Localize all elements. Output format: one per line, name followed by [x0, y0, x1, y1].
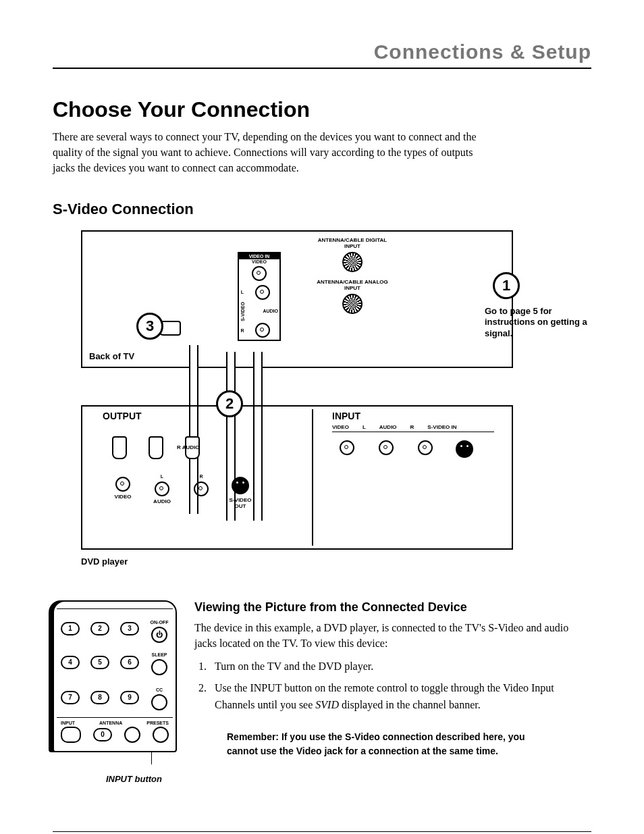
- out-audio-label: AUDIO: [149, 498, 176, 504]
- remote-antenna-button: [124, 727, 140, 743]
- r-audio-label: R AUDIO: [177, 444, 199, 450]
- out-audio-l-jack-icon: [155, 481, 169, 496]
- output-jack-row: VIDEO L AUDIO R S-VIDEO OUT: [109, 474, 254, 509]
- out-video-label: VIDEO: [109, 494, 136, 500]
- remote-btn-2: 2: [90, 622, 109, 635]
- in-svideo-header: S-VIDEO IN: [427, 424, 456, 430]
- out-svideo-jack-icon: [232, 477, 249, 494]
- remote-presets-label: PRESETS: [146, 721, 169, 725]
- in-audio-l-jack-icon: [379, 440, 394, 455]
- input-button-caption: INPUT button: [53, 774, 174, 784]
- in-audio-r-jack-icon: [418, 440, 433, 455]
- viewing-step-2: Use the INPUT button on the remote contr…: [209, 679, 591, 714]
- tv-back-panel: 1 Go to page 5 for instructions on getti…: [81, 230, 513, 368]
- video-label: VIDEO: [239, 259, 279, 264]
- remote-control-illustration: 1 2 3 ON-OFF ⏻ 4 5 6 SLEEP: [53, 600, 177, 752]
- antenna-analog-label: ANTENNA/CABLE ANALOG INPUT: [312, 279, 393, 291]
- output-label: OUTPUT: [103, 411, 142, 421]
- back-of-tv-label: Back of TV: [89, 351, 134, 361]
- remote-btn-3: 3: [120, 622, 139, 635]
- step-2-badge: 2: [216, 390, 243, 417]
- step-1-caption: Go to page 5 for instructions on getting…: [485, 306, 593, 340]
- page-footer: Chapter 1 7: [53, 831, 591, 834]
- l-label: L: [239, 290, 246, 294]
- out-svideo-label: S-VIDEO OUT: [227, 497, 254, 509]
- running-head: Connections & Setup: [53, 41, 591, 69]
- remote-btn-9: 9: [120, 691, 139, 704]
- step-1-badge: 1: [493, 272, 520, 299]
- remote-presets-button: [153, 727, 169, 743]
- input-label: INPUT: [332, 411, 360, 421]
- antenna-digital-label: ANTENNA/CABLE DIGITAL INPUT: [312, 237, 393, 249]
- callout-line-icon: [151, 752, 152, 764]
- svid-text: SVID: [315, 699, 339, 710]
- in-video-jack-icon: [340, 440, 354, 455]
- remote-onoff-button: ⏻: [151, 627, 167, 643]
- subsection-heading: S-Video Connection: [53, 201, 591, 218]
- remote-antenna-label: ANTENNA: [99, 721, 122, 725]
- out-audio-r-jack-icon: [194, 481, 209, 496]
- viewing-heading: Viewing the Picture from the Connected D…: [194, 600, 591, 615]
- in-l-header: L: [363, 424, 366, 430]
- plug-out-2-icon: [149, 436, 163, 459]
- audio-label: AUDIO: [263, 309, 278, 313]
- antenna-inputs: ANTENNA/CABLE DIGITAL INPUT ANTENNA/CABL…: [312, 237, 393, 321]
- input-header-row: VIDEO L AUDIO R S-VIDEO IN: [332, 424, 494, 432]
- remote-sleep-label: SLEEP: [152, 652, 167, 657]
- remember-note: Remember: If you use the S-Video connect…: [227, 730, 551, 758]
- remote-sleep-button: [151, 659, 167, 675]
- remote-btn-7: 7: [61, 691, 80, 704]
- panel-separator-icon: [312, 409, 313, 546]
- out-l-label: L: [149, 474, 176, 479]
- svideo-label: S-VIDEO: [240, 302, 245, 321]
- r-label: R: [239, 328, 246, 333]
- in-audio-header: AUDIO: [379, 424, 397, 430]
- remote-onoff-label: ON-OFF: [151, 620, 169, 625]
- step-3-badge: 3: [136, 313, 163, 340]
- remote-btn-6: 6: [120, 656, 139, 669]
- out-video-jack-icon: [115, 477, 130, 492]
- out-r-label: R: [188, 474, 215, 479]
- page-title: Choose Your Connection: [53, 97, 591, 122]
- remote-btn-0: 0: [93, 728, 112, 741]
- remote-btn-8: 8: [90, 691, 109, 704]
- remote-btn-5: 5: [90, 656, 109, 669]
- dvd-player-caption: DVD player: [81, 556, 513, 567]
- video-jack-icon: [252, 266, 267, 281]
- coax-analog-icon: [342, 294, 363, 314]
- in-svideo-jack-icon: [456, 440, 473, 458]
- remote-btn-4: 4: [61, 656, 80, 669]
- dvd-player-panel: 2 OUTPUT INPUT R AUDIO VIDEO L AUDIO: [81, 405, 513, 550]
- intro-paragraph: There are several ways to connect your T…: [53, 129, 485, 176]
- in-video-header: VIDEO: [332, 424, 349, 430]
- connection-diagram: 1 Go to page 5 for instructions on getti…: [81, 230, 513, 567]
- viewing-step-2b: displayed in the channel banner.: [339, 699, 481, 710]
- remote-cc-button: [151, 694, 167, 710]
- tv-jack-panel: VIDEO IN VIDEO L S-VIDEO AUDIO R: [238, 252, 281, 342]
- viewing-steps-list: Turn on the TV and the DVD player. Use t…: [194, 658, 591, 714]
- input-jack-row: [333, 438, 478, 461]
- viewing-step-1: Turn on the TV and the DVD player.: [209, 658, 591, 675]
- plug-out-1-icon: [112, 436, 127, 459]
- remote-input-button: [61, 727, 81, 743]
- viewing-paragraph: The device in this example, a DVD player…: [194, 620, 591, 651]
- video-in-label: VIDEO IN: [239, 253, 279, 259]
- audio-r-jack-icon: [255, 323, 270, 338]
- audio-l-jack-icon: [255, 285, 270, 300]
- remote-input-label: INPUT: [61, 721, 75, 725]
- remote-cc-label: CC: [156, 687, 163, 692]
- coax-digital-icon: [342, 252, 363, 272]
- remote-btn-1: 1: [61, 622, 80, 635]
- in-r-header: R: [410, 424, 414, 430]
